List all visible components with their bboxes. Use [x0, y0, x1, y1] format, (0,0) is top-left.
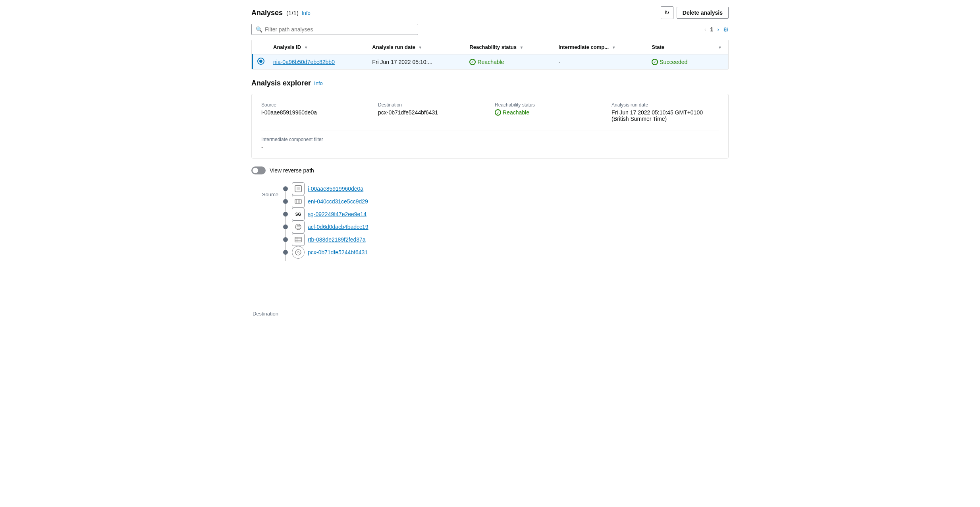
table-col-select: [253, 40, 267, 54]
intermediate-filter: Intermediate component filter -: [261, 137, 719, 150]
search-row: 🔍 ‹ 1 › ⚙: [251, 24, 729, 35]
destination-label: Destination: [378, 102, 485, 108]
spacer-1: [251, 206, 283, 230]
acl-node-link[interactable]: acl-0d6d0dacb4badcc19: [308, 224, 368, 230]
table-col-run-date[interactable]: Analysis run date ▼: [366, 40, 463, 54]
radio-selected-icon: [258, 58, 264, 64]
intermediate-value: -: [559, 59, 561, 65]
reachability-value: Reachable: [477, 59, 504, 65]
run-date-label: Analysis run date: [612, 102, 719, 108]
page-title: Analyses (1/1): [251, 9, 299, 17]
path-visualization: Source Destination i-00aae85919960de0a: [251, 182, 729, 325]
ec2-icon: [292, 182, 305, 195]
refresh-button[interactable]: ↻: [661, 6, 673, 19]
state-badge: ✓ Succeeded: [652, 59, 704, 65]
run-date-value: Fri Jun 17 2022 05:10:...: [372, 59, 432, 65]
explorer-info-link[interactable]: Info: [314, 80, 323, 86]
spacer-3: [251, 254, 283, 278]
reachability-status-badge: ✓ Reachable: [469, 59, 546, 65]
header-info-link[interactable]: Info: [302, 10, 311, 16]
state-value: Succeeded: [660, 59, 687, 65]
eni-icon: [292, 195, 305, 208]
analysis-count: (1/1): [286, 10, 299, 16]
table-col-overflow[interactable]: ▼: [710, 40, 728, 54]
svg-point-14: [295, 250, 301, 255]
analysis-id-link[interactable]: nia-0a96b50d7ebc82bb0: [273, 59, 335, 65]
header-actions: ↻ Delete analysis: [661, 6, 729, 19]
search-icon: 🔍: [256, 26, 262, 33]
state-check-icon: ✓: [652, 59, 658, 65]
table-col-state[interactable]: State: [645, 40, 710, 54]
destination-field: Destination pcx-0b71dfe5244bf6431: [378, 102, 485, 122]
run-date-field: Analysis run date Fri Jun 17 2022 05:10:…: [612, 102, 719, 122]
table-row[interactable]: nia-0a96b50d7ebc82bb0 Fri Jun 17 2022 05…: [253, 54, 729, 70]
table-col-analysis-id[interactable]: Analysis ID ▼: [267, 40, 366, 54]
search-input[interactable]: [265, 26, 414, 33]
reverse-path-toggle[interactable]: [251, 166, 266, 174]
reachability-badge: ✓ Reachable: [495, 109, 602, 116]
pagination-next-button[interactable]: ›: [716, 25, 721, 33]
ec2-node-link[interactable]: i-00aae85919960de0a: [308, 186, 363, 192]
pagination-controls: ‹ 1 › ⚙: [703, 25, 729, 33]
analyses-table: Analysis ID ▼ Analysis run date ▼ Reacha…: [251, 40, 729, 70]
path-node-pcx: pcx-0b71dfe5244bf6431: [283, 246, 368, 259]
delete-analysis-button[interactable]: Delete analysis: [677, 7, 729, 19]
rtb-node-link[interactable]: rtb-088de2189f2fed37a: [308, 236, 366, 243]
spacer-4: [251, 278, 283, 302]
table-col-reachability[interactable]: Reachability status ▼: [463, 40, 552, 54]
source-value: i-00aae85919960de0a: [261, 109, 368, 116]
title-text: Analyses: [251, 9, 283, 17]
pcx-icon: [292, 246, 305, 259]
table-cell-overflow: [710, 54, 728, 70]
reachability-field: Reachability status ✓ Reachable: [495, 102, 602, 122]
eni-node-link[interactable]: eni-040ccd31ce5cc9d29: [308, 198, 368, 205]
acl-icon: [292, 221, 305, 233]
pagination-prev-button[interactable]: ‹: [703, 25, 708, 33]
node-dot-ec2: [283, 186, 288, 191]
source-path-label: Source: [251, 182, 283, 206]
reverse-path-toggle-row: View reverse path: [251, 166, 729, 174]
destination-path-label: Destination: [251, 302, 283, 325]
svg-rect-10: [295, 237, 301, 242]
toggle-label: View reverse path: [270, 167, 314, 174]
search-box[interactable]: 🔍: [251, 24, 418, 35]
rtb-icon: [292, 233, 305, 246]
overflow-icon: ▼: [718, 45, 722, 50]
node-dot-rtb: [283, 237, 288, 242]
source-field: Source i-00aae85919960de0a: [261, 102, 368, 122]
node-dot-pcx: [283, 250, 288, 255]
run-date-value-explorer: Fri Jun 17 2022 05:10:45 GMT+0100 (Briti…: [612, 109, 719, 122]
reachability-field-value: ✓ Reachable: [495, 109, 602, 116]
explorer-title: Analysis explorer: [251, 79, 311, 87]
spacer-2: [251, 230, 283, 254]
intermediate-filter-label: Intermediate component filter: [261, 137, 719, 142]
path-labels-col: Source Destination: [251, 182, 283, 325]
reachability-label: Reachability status: [495, 102, 602, 108]
table-cell-intermediate: -: [552, 54, 646, 70]
table-header-row: Analysis ID ▼ Analysis run date ▼ Reacha…: [253, 40, 729, 54]
explorer-header: Analysis explorer Info: [251, 79, 729, 87]
source-label: Source: [261, 102, 368, 108]
sg-icon: SG: [292, 208, 305, 221]
pcx-node-link[interactable]: pcx-0b71dfe5244bf6431: [308, 249, 368, 255]
check-icon: ✓: [469, 59, 476, 65]
reachability-check-icon: ✓: [495, 109, 501, 116]
intermediate-filter-value: -: [261, 144, 719, 150]
node-dot-eni: [283, 199, 288, 204]
destination-value: pcx-0b71dfe5244bf6431: [378, 109, 485, 116]
sort-icon-reachability: ▼: [520, 45, 524, 50]
pagination-page: 1: [710, 26, 714, 33]
svg-rect-1: [297, 187, 300, 190]
node-dot-sg: [283, 212, 288, 217]
header-left: Analyses (1/1) Info: [251, 9, 311, 17]
table-cell-radio[interactable]: [253, 54, 267, 70]
page-header: Analyses (1/1) Info ↻ Delete analysis: [251, 6, 729, 19]
sg-node-link[interactable]: sg-092249f47e2ee9e14: [308, 211, 367, 217]
reachability-text: Reachable: [503, 109, 529, 116]
settings-gear-button[interactable]: ⚙: [723, 26, 729, 33]
sort-icon-analysis-id: ▼: [304, 45, 308, 50]
table-col-intermediate[interactable]: Intermediate comp... ▼: [552, 40, 646, 54]
table-cell-state: ✓ Succeeded: [645, 54, 710, 70]
path-nodes: i-00aae85919960de0a eni-040ccd31ce5cc9d2…: [283, 182, 368, 259]
table-cell-analysis-id[interactable]: nia-0a96b50d7ebc82bb0: [267, 54, 366, 70]
